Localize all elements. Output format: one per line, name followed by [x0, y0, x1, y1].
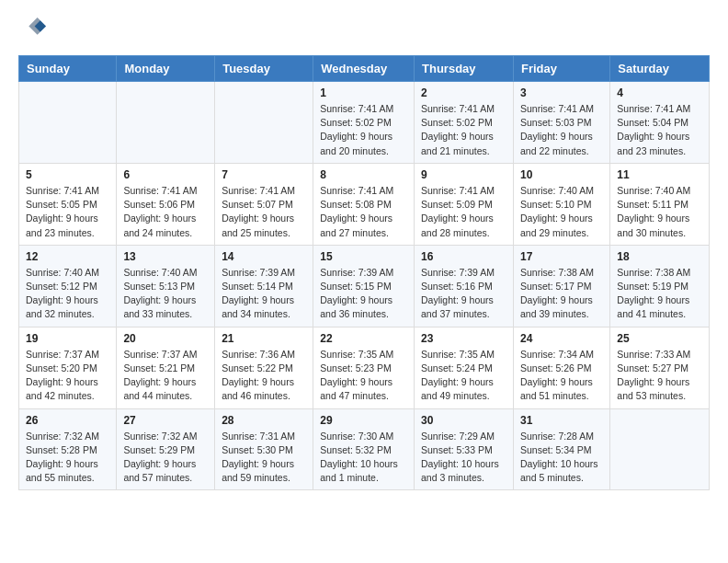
day-number: 24	[520, 332, 603, 345]
calendar-cell: 12Sunrise: 7:40 AM Sunset: 5:12 PM Dayli…	[19, 245, 117, 327]
calendar-cell	[117, 82, 215, 164]
calendar-cell: 31Sunrise: 7:28 AM Sunset: 5:34 PM Dayli…	[513, 408, 609, 490]
calendar-cell: 23Sunrise: 7:35 AM Sunset: 5:24 PM Dayli…	[415, 327, 514, 408]
day-number: 13	[123, 250, 208, 263]
calendar-cell: 24Sunrise: 7:34 AM Sunset: 5:26 PM Dayli…	[513, 327, 609, 408]
day-number: 8	[320, 168, 407, 181]
weekday-header: Friday	[513, 56, 609, 82]
day-number: 1	[320, 86, 407, 99]
calendar-row: 26Sunrise: 7:32 AM Sunset: 5:28 PM Dayli…	[19, 408, 710, 490]
day-number: 16	[421, 250, 506, 263]
day-number: 17	[520, 250, 603, 263]
calendar-row: 5Sunrise: 7:41 AM Sunset: 5:05 PM Daylig…	[19, 163, 710, 245]
calendar-cell	[19, 82, 117, 164]
day-number: 7	[222, 168, 306, 181]
calendar-cell: 13Sunrise: 7:40 AM Sunset: 5:13 PM Dayli…	[117, 245, 215, 327]
day-number: 4	[617, 86, 702, 99]
calendar-row: 19Sunrise: 7:37 AM Sunset: 5:20 PM Dayli…	[19, 327, 710, 408]
calendar-cell: 28Sunrise: 7:31 AM Sunset: 5:30 PM Dayli…	[215, 408, 313, 490]
calendar-cell: 21Sunrise: 7:36 AM Sunset: 5:22 PM Dayli…	[215, 327, 313, 408]
day-number: 12	[26, 250, 109, 263]
day-number: 15	[320, 250, 407, 263]
logo-icon	[20, 15, 46, 40]
day-number: 20	[123, 332, 208, 345]
day-number: 18	[617, 250, 702, 263]
calendar-cell: 9Sunrise: 7:41 AM Sunset: 5:09 PM Daylig…	[415, 163, 514, 245]
calendar-header: SundayMondayTuesdayWednesdayThursdayFrid…	[19, 56, 710, 82]
calendar-row: 12Sunrise: 7:40 AM Sunset: 5:12 PM Dayli…	[19, 245, 710, 327]
day-number: 22	[320, 332, 407, 345]
calendar-cell: 5Sunrise: 7:41 AM Sunset: 5:05 PM Daylig…	[19, 163, 117, 245]
day-info: Sunrise: 7:33 AM Sunset: 5:27 PM Dayligh…	[617, 348, 702, 404]
calendar-cell: 1Sunrise: 7:41 AM Sunset: 5:02 PM Daylig…	[313, 82, 415, 164]
day-info: Sunrise: 7:41 AM Sunset: 5:09 PM Dayligh…	[421, 184, 506, 240]
day-number: 28	[222, 414, 306, 427]
calendar-row: 1Sunrise: 7:41 AM Sunset: 5:02 PM Daylig…	[19, 82, 710, 164]
day-number: 27	[123, 414, 208, 427]
day-info: Sunrise: 7:40 AM Sunset: 5:12 PM Dayligh…	[26, 266, 109, 322]
weekday-header: Thursday	[415, 56, 514, 82]
day-number: 25	[617, 332, 702, 345]
calendar-cell: 4Sunrise: 7:41 AM Sunset: 5:04 PM Daylig…	[610, 82, 710, 164]
calendar-cell: 15Sunrise: 7:39 AM Sunset: 5:15 PM Dayli…	[313, 245, 415, 327]
calendar-cell: 2Sunrise: 7:41 AM Sunset: 5:02 PM Daylig…	[415, 82, 514, 164]
day-info: Sunrise: 7:41 AM Sunset: 5:03 PM Dayligh…	[520, 102, 603, 158]
day-info: Sunrise: 7:38 AM Sunset: 5:17 PM Dayligh…	[520, 266, 603, 322]
day-info: Sunrise: 7:41 AM Sunset: 5:02 PM Dayligh…	[421, 102, 506, 158]
calendar-cell: 8Sunrise: 7:41 AM Sunset: 5:08 PM Daylig…	[313, 163, 415, 245]
day-info: Sunrise: 7:31 AM Sunset: 5:30 PM Dayligh…	[222, 430, 306, 486]
calendar-cell	[610, 408, 710, 490]
day-number: 29	[320, 414, 407, 427]
day-info: Sunrise: 7:32 AM Sunset: 5:29 PM Dayligh…	[123, 430, 208, 486]
calendar-cell: 27Sunrise: 7:32 AM Sunset: 5:29 PM Dayli…	[117, 408, 215, 490]
day-info: Sunrise: 7:41 AM Sunset: 5:06 PM Dayligh…	[123, 184, 208, 240]
day-info: Sunrise: 7:36 AM Sunset: 5:22 PM Dayligh…	[222, 348, 306, 404]
weekday-header: Saturday	[610, 56, 710, 82]
header-row: SundayMondayTuesdayWednesdayThursdayFrid…	[19, 56, 710, 82]
calendar-cell: 29Sunrise: 7:30 AM Sunset: 5:32 PM Dayli…	[313, 408, 415, 490]
calendar-cell: 26Sunrise: 7:32 AM Sunset: 5:28 PM Dayli…	[19, 408, 117, 490]
calendar-cell: 20Sunrise: 7:37 AM Sunset: 5:21 PM Dayli…	[117, 327, 215, 408]
day-number: 9	[421, 168, 506, 181]
calendar-body: 1Sunrise: 7:41 AM Sunset: 5:02 PM Daylig…	[19, 82, 710, 490]
day-info: Sunrise: 7:41 AM Sunset: 5:04 PM Dayligh…	[617, 102, 702, 158]
day-info: Sunrise: 7:40 AM Sunset: 5:13 PM Dayligh…	[123, 266, 208, 322]
logo	[18, 15, 46, 44]
day-info: Sunrise: 7:29 AM Sunset: 5:33 PM Dayligh…	[421, 430, 506, 486]
day-info: Sunrise: 7:41 AM Sunset: 5:05 PM Dayligh…	[26, 184, 109, 240]
day-info: Sunrise: 7:30 AM Sunset: 5:32 PM Dayligh…	[320, 430, 407, 486]
day-info: Sunrise: 7:41 AM Sunset: 5:02 PM Dayligh…	[320, 102, 407, 158]
calendar-cell: 18Sunrise: 7:38 AM Sunset: 5:19 PM Dayli…	[610, 245, 710, 327]
day-info: Sunrise: 7:35 AM Sunset: 5:24 PM Dayligh…	[421, 348, 506, 404]
day-info: Sunrise: 7:40 AM Sunset: 5:10 PM Dayligh…	[520, 184, 603, 240]
day-number: 2	[421, 86, 506, 99]
day-number: 23	[421, 332, 506, 345]
day-number: 11	[617, 168, 702, 181]
day-info: Sunrise: 7:39 AM Sunset: 5:14 PM Dayligh…	[222, 266, 306, 322]
calendar-cell	[215, 82, 313, 164]
day-info: Sunrise: 7:39 AM Sunset: 5:15 PM Dayligh…	[320, 266, 407, 322]
day-number: 5	[26, 168, 109, 181]
calendar-cell: 30Sunrise: 7:29 AM Sunset: 5:33 PM Dayli…	[415, 408, 514, 490]
calendar-cell: 11Sunrise: 7:40 AM Sunset: 5:11 PM Dayli…	[610, 163, 710, 245]
day-info: Sunrise: 7:32 AM Sunset: 5:28 PM Dayligh…	[26, 430, 109, 486]
day-number: 26	[26, 414, 109, 427]
day-info: Sunrise: 7:41 AM Sunset: 5:07 PM Dayligh…	[222, 184, 306, 240]
day-number: 19	[26, 332, 109, 345]
calendar-cell: 3Sunrise: 7:41 AM Sunset: 5:03 PM Daylig…	[513, 82, 609, 164]
calendar-cell: 16Sunrise: 7:39 AM Sunset: 5:16 PM Dayli…	[415, 245, 514, 327]
calendar-cell: 19Sunrise: 7:37 AM Sunset: 5:20 PM Dayli…	[19, 327, 117, 408]
day-info: Sunrise: 7:37 AM Sunset: 5:20 PM Dayligh…	[26, 348, 109, 404]
day-info: Sunrise: 7:39 AM Sunset: 5:16 PM Dayligh…	[421, 266, 506, 322]
weekday-header: Tuesday	[215, 56, 313, 82]
day-number: 3	[520, 86, 603, 99]
day-info: Sunrise: 7:38 AM Sunset: 5:19 PM Dayligh…	[617, 266, 702, 322]
day-number: 10	[520, 168, 603, 181]
calendar-cell: 7Sunrise: 7:41 AM Sunset: 5:07 PM Daylig…	[215, 163, 313, 245]
calendar-cell: 22Sunrise: 7:35 AM Sunset: 5:23 PM Dayli…	[313, 327, 415, 408]
day-info: Sunrise: 7:34 AM Sunset: 5:26 PM Dayligh…	[520, 348, 603, 404]
calendar-cell: 14Sunrise: 7:39 AM Sunset: 5:14 PM Dayli…	[215, 245, 313, 327]
calendar-cell: 6Sunrise: 7:41 AM Sunset: 5:06 PM Daylig…	[117, 163, 215, 245]
calendar-cell: 10Sunrise: 7:40 AM Sunset: 5:10 PM Dayli…	[513, 163, 609, 245]
day-info: Sunrise: 7:41 AM Sunset: 5:08 PM Dayligh…	[320, 184, 407, 240]
